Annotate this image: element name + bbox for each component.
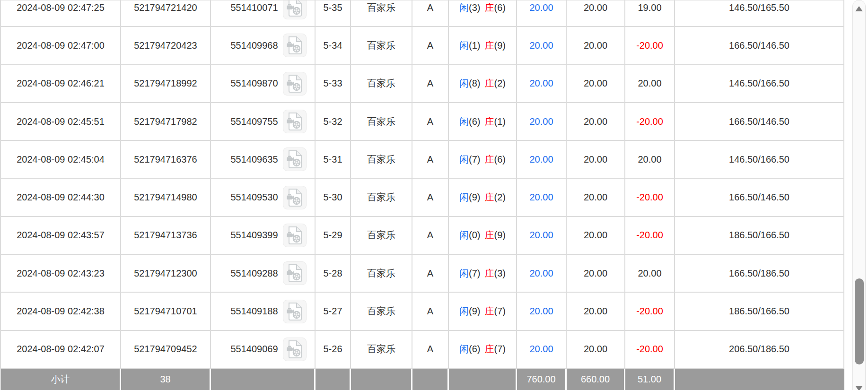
- win-loss: -20.00: [625, 217, 675, 255]
- banker-label: 庄: [485, 153, 494, 166]
- scrollbar-thumb[interactable]: [855, 278, 864, 364]
- video-replay-button[interactable]: [283, 338, 307, 361]
- valid-amount: 20.00: [567, 293, 625, 330]
- vertical-scrollbar[interactable]: [852, 0, 866, 390]
- bet-amount: 20.00: [517, 217, 567, 255]
- table-round-code: 5-32: [316, 103, 351, 141]
- player-label: 闲: [459, 39, 469, 52]
- valid-amount: 20.00: [567, 217, 625, 255]
- balance: 186.50/166.50: [675, 293, 844, 330]
- video-replay-button[interactable]: [283, 34, 307, 57]
- table-row: 2024-08-09 02:42:07 521794709452 5514090…: [0, 331, 844, 369]
- bet-number: 521794716376: [121, 141, 211, 179]
- video-replay-button[interactable]: [283, 147, 307, 171]
- player-score: (1): [469, 40, 480, 51]
- bet-number: 521794714980: [121, 179, 211, 217]
- player-label: 闲: [459, 115, 469, 128]
- scroll-down-arrow-icon[interactable]: [855, 386, 863, 390]
- subtotal-empty-cell: [675, 369, 844, 390]
- game-result: 闲(9) 庄(2): [449, 179, 517, 217]
- round-number: 551409399: [230, 230, 278, 241]
- banker-label: 庄: [485, 343, 494, 355]
- bet-number: 521794709452: [121, 331, 211, 369]
- table-code: A: [412, 141, 449, 179]
- banker-score: (9): [494, 40, 506, 51]
- video-file-icon: [287, 264, 303, 282]
- video-file-icon: [287, 150, 303, 168]
- player-score: (8): [469, 78, 480, 89]
- win-loss: 20.00: [625, 255, 675, 293]
- round-cell: 551409288: [211, 255, 316, 293]
- player-label: 闲: [459, 1, 469, 14]
- valid-amount: 20.00: [567, 179, 625, 217]
- records-table: 2024-08-09 02:47:25 521794721420 5514100…: [0, 0, 844, 390]
- balance: 186.50/166.50: [675, 217, 844, 255]
- table-round-code: 5-26: [316, 331, 351, 369]
- table-row: 2024-08-09 02:44:30 521794714980 5514095…: [0, 179, 844, 217]
- video-file-icon: [287, 113, 303, 130]
- table-round-code: 5-28: [316, 255, 351, 293]
- balance: 206.50/186.50: [675, 331, 844, 369]
- round-cell: 551410071: [211, 0, 316, 27]
- table-round-code: 5-35: [316, 0, 351, 27]
- round-cell: 551409635: [211, 141, 316, 179]
- round-number: 551410071: [230, 2, 278, 13]
- table-row: 2024-08-09 02:45:51 521794717982 5514097…: [0, 103, 844, 141]
- round-number: 551409870: [230, 78, 278, 89]
- round-number: 551409069: [230, 344, 278, 355]
- player-score: (9): [469, 192, 480, 203]
- banker-label: 庄: [485, 305, 494, 318]
- banker-label: 庄: [485, 191, 494, 204]
- bet-number: 521794710701: [121, 293, 211, 330]
- table-code: A: [412, 179, 449, 217]
- table-rows-container: 2024-08-09 02:47:25 521794721420 5514100…: [0, 0, 844, 390]
- subtotal-empty-cell: [449, 369, 517, 390]
- video-replay-button[interactable]: [283, 72, 307, 95]
- win-loss: -20.00: [625, 179, 675, 217]
- banker-score: (6): [494, 154, 506, 165]
- game-name: 百家乐: [351, 65, 412, 103]
- video-file-icon: [287, 75, 303, 93]
- scroll-up-arrow-icon[interactable]: [855, 6, 863, 11]
- subtotal-empty-cell: [211, 369, 316, 390]
- game-name: 百家乐: [351, 293, 412, 330]
- win-loss: 19.00: [625, 0, 675, 27]
- video-replay-button[interactable]: [283, 0, 307, 19]
- bet-amount: 20.00: [517, 331, 567, 369]
- video-file-icon: [287, 0, 303, 17]
- table-code: A: [412, 27, 449, 65]
- valid-amount: 20.00: [567, 331, 625, 369]
- bet-time: 2024-08-09 02:43:23: [0, 255, 121, 293]
- video-replay-button[interactable]: [283, 224, 307, 247]
- video-replay-button[interactable]: [283, 300, 307, 323]
- table-row: 2024-08-09 02:47:25 521794721420 5514100…: [0, 0, 844, 27]
- banker-score: (2): [494, 78, 506, 89]
- table-row: 2024-08-09 02:46:21 521794718992 5514098…: [0, 65, 844, 103]
- balance: 166.50/146.50: [675, 103, 844, 141]
- game-name: 百家乐: [351, 331, 412, 369]
- video-replay-button[interactable]: [283, 261, 307, 285]
- subtotal-empty-cell: [412, 369, 449, 390]
- bet-amount: 20.00: [517, 27, 567, 65]
- round-number: 551409755: [230, 116, 278, 127]
- table-round-code: 5-30: [316, 179, 351, 217]
- game-result: 闲(3) 庄(6): [449, 0, 517, 27]
- subtotal-win-total: 51.00: [625, 369, 675, 390]
- banker-score: (7): [494, 306, 506, 317]
- round-cell: 551409755: [211, 103, 316, 141]
- game-result: 闲(1) 庄(9): [449, 27, 517, 65]
- round-number: 551409635: [230, 154, 278, 165]
- round-number: 551409288: [230, 268, 278, 279]
- video-replay-button[interactable]: [283, 110, 307, 133]
- banker-score: (6): [494, 2, 506, 13]
- balance: 166.50/146.50: [675, 27, 844, 65]
- table-row: 2024-08-09 02:43:57 521794713736 5514093…: [0, 217, 844, 255]
- table-code: A: [412, 103, 449, 141]
- video-replay-button[interactable]: [283, 186, 307, 209]
- bet-number: 521794712300: [121, 255, 211, 293]
- table-row: 2024-08-09 02:42:38 521794710701 5514091…: [0, 293, 844, 330]
- bet-number: 521794717982: [121, 103, 211, 141]
- round-cell: 551409870: [211, 65, 316, 103]
- subtotal-row: 小计 38 760.00 660.00 51.00: [0, 369, 844, 390]
- bet-time: 2024-08-09 02:45:04: [0, 141, 121, 179]
